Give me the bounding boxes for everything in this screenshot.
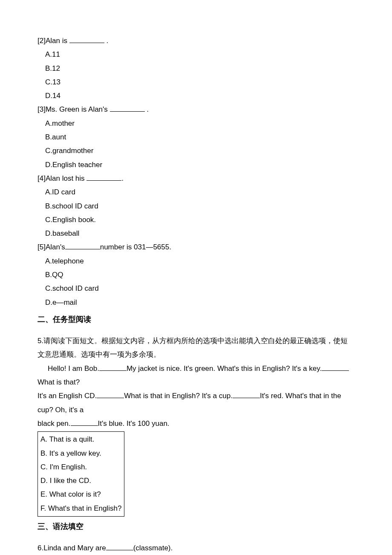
q2-blank[interactable] xyxy=(69,36,104,43)
q5-stem-pre: [5]Alan's xyxy=(37,243,65,251)
p1-a: Hello! I am Bob. xyxy=(48,364,99,373)
p1-c: What is that? xyxy=(37,378,80,386)
q3-option-b[interactable]: B.aunt xyxy=(37,130,355,144)
box-option-a[interactable]: A. That is a quilt. xyxy=(40,433,121,446)
q5-stem-post: number is 031—5655. xyxy=(100,243,171,251)
i6-b: (classmate). xyxy=(133,544,173,552)
passage-blank-2[interactable] xyxy=(322,364,349,370)
q4-option-d[interactable]: D.baseball xyxy=(37,227,355,240)
q2-option-d[interactable]: D.14 xyxy=(37,89,355,103)
q3-option-c[interactable]: C.grandmother xyxy=(37,144,355,158)
i6-blank[interactable] xyxy=(106,543,133,550)
question-3-stem: [3]Ms. Green is Alan's . xyxy=(37,103,355,116)
q2-option-a[interactable]: A.11 xyxy=(37,48,355,61)
grammar-item-6: 6.Linda and Mary are(classmate). xyxy=(37,541,355,555)
q5-blank[interactable] xyxy=(65,243,100,249)
passage-blank-1[interactable] xyxy=(99,364,127,370)
q2-option-b[interactable]: B.12 xyxy=(37,62,355,75)
passage-line-3: black pen.It's blue. It's 100 yuan. xyxy=(37,417,355,431)
q3-option-a[interactable]: A.mother xyxy=(37,117,355,130)
p3-b: It's blue. It's 100 yuan. xyxy=(98,419,170,428)
question-5-stem: [5]Alan'snumber is 031—5655. xyxy=(37,240,355,254)
q2-option-c[interactable]: C.13 xyxy=(37,75,355,89)
q4-option-c[interactable]: C.English book. xyxy=(37,213,355,227)
q3-blank[interactable] xyxy=(110,105,145,112)
question-4-stem: [4]Alan lost his . xyxy=(37,172,355,185)
passage-line-1: Hello! I am Bob.My jacket is nice. It's … xyxy=(37,362,355,390)
box-option-c[interactable]: C. I'm English. xyxy=(40,460,121,474)
page: [2]Alan is . A.11 B.12 C.13 D.14 [3]Ms. … xyxy=(0,0,392,555)
q3-stem-post: . xyxy=(147,105,149,113)
q2-stem-pre: [2]Alan is xyxy=(37,37,67,45)
p2-a: It's an English CD. xyxy=(37,392,97,400)
passage-line-2: It's an English CD.What is that in Engli… xyxy=(37,389,355,417)
passage-blank-5[interactable] xyxy=(71,419,98,426)
q5-option-c[interactable]: C.school ID card xyxy=(37,282,355,295)
q4-option-b[interactable]: B.school ID card xyxy=(37,199,355,213)
section-3-heading: 三、语法填空 xyxy=(37,519,355,534)
passage-blank-4[interactable] xyxy=(233,391,260,398)
box-option-d[interactable]: D. I like the CD. xyxy=(40,474,121,488)
q3-stem-pre: [3]Ms. Green is Alan's xyxy=(37,105,108,113)
i6-a: 6.Linda and Mary are xyxy=(37,544,106,552)
section-2-instructions: 5.请阅读下面短文。根据短文内容，从方框内所给的选项中选出能填入空白处的最正确选… xyxy=(37,334,355,362)
q5-option-b[interactable]: B.QQ xyxy=(37,268,355,282)
p1-b: My jacket is nice. It's green. What's th… xyxy=(127,364,322,373)
q2-stem-post: . xyxy=(106,37,108,45)
q5-option-a[interactable]: A.telephone xyxy=(37,254,355,268)
question-2-stem: [2]Alan is . xyxy=(37,34,355,48)
box-option-f[interactable]: F. What's that in English? xyxy=(40,502,121,515)
q4-stem-pre: [4]Alan lost his xyxy=(37,174,86,182)
q5-option-d[interactable]: D.e—mail xyxy=(37,296,355,309)
p2-b: What is that in English? It's a cup. xyxy=(124,392,233,400)
section-2-heading: 二、任务型阅读 xyxy=(37,312,355,327)
q4-option-a[interactable]: A.ID card xyxy=(37,185,355,199)
q4-stem-post: . xyxy=(121,174,124,182)
q3-option-d[interactable]: D.English teacher xyxy=(37,158,355,172)
box-option-e[interactable]: E. What color is it? xyxy=(40,488,121,501)
p3-a: black pen. xyxy=(37,419,71,428)
q4-blank[interactable] xyxy=(86,174,121,181)
options-box: A. That is a quilt. B. It's a yellow key… xyxy=(37,431,124,517)
passage-blank-3[interactable] xyxy=(97,391,124,398)
box-option-b[interactable]: B. It's a yellow key. xyxy=(40,447,121,460)
